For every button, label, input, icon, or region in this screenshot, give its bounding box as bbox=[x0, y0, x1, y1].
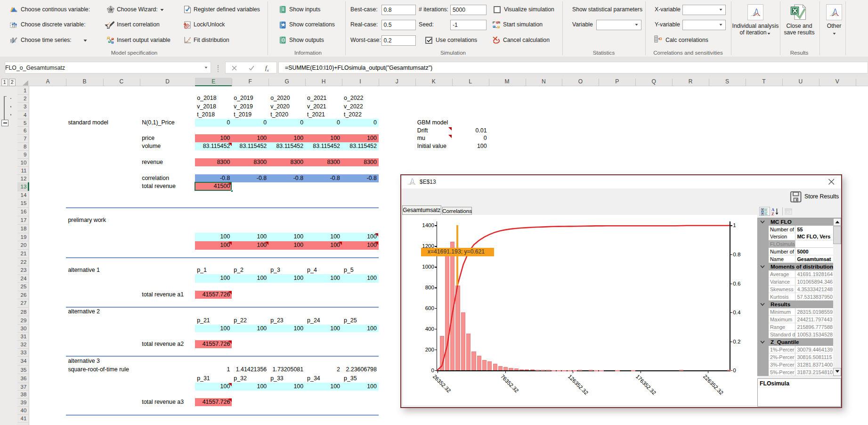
svg-text:Z: Z bbox=[771, 211, 774, 215]
